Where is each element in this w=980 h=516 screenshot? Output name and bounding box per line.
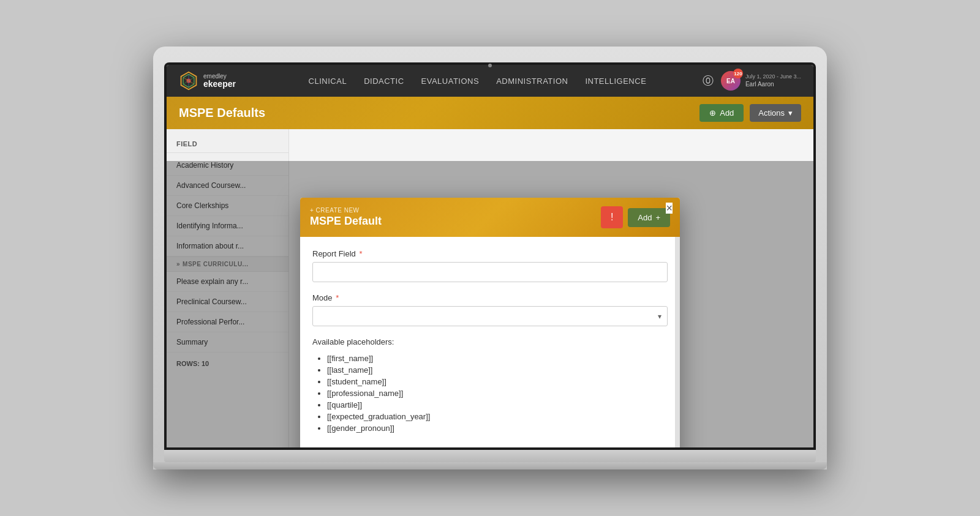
nav-clinical[interactable]: CLINICAL	[309, 74, 347, 88]
placeholders-section: Available placeholders: [[first_name]] […	[312, 337, 668, 434]
page-header: MSPE Defaults ⊕ Add Actions ▾	[167, 97, 813, 129]
chevron-down-icon: ▾	[788, 108, 793, 118]
placeholder-quartile: [[quartile]]	[327, 399, 668, 411]
modal-scrollbar[interactable]	[675, 237, 680, 447]
user-badge[interactable]: 120 EA July 1, 2020 - June 3... Earl Aar…	[721, 71, 801, 91]
mode-group: Mode * ▾	[312, 293, 668, 326]
user-info: July 1, 2020 - June 3... Earl Aaron	[745, 73, 801, 89]
placeholder-first-name: [[first_name]]	[327, 353, 668, 364]
placeholder-graduation-year: [[expected_graduation_year]]	[327, 411, 668, 422]
report-field-group: Report Field *	[312, 249, 668, 282]
mode-required-star: *	[336, 293, 339, 302]
nav-administration[interactable]: ADMINISTRATION	[496, 74, 568, 88]
notification-count: 120	[733, 69, 743, 78]
placeholder-last-name: [[last_name]]	[327, 364, 668, 376]
report-field-label: Report Field *	[312, 249, 668, 258]
logo-icon	[179, 71, 198, 91]
placeholder-professional-name: [[professional_name]]	[327, 387, 668, 399]
avatar: 120 EA	[721, 71, 741, 91]
mode-select-wrapper: ▾	[312, 306, 668, 326]
modal-header: + CREATE NEW MSPE Default ! Add +	[300, 198, 680, 237]
warning-button[interactable]: !	[601, 206, 623, 228]
modal-add-button[interactable]: Add +	[628, 208, 670, 227]
logo-text: emedley ekeeper	[203, 73, 236, 89]
create-modal: × + CREATE NEW MSPE Default !	[300, 198, 680, 447]
mode-select[interactable]	[312, 306, 668, 326]
laptop-bottom	[164, 450, 816, 462]
placeholders-title: Available placeholders:	[312, 337, 668, 346]
placeholder-gender-pronoun: [[gender_pronoun]]	[327, 422, 668, 434]
placeholder-student-name: [[student_name]]	[327, 376, 668, 387]
help-icon[interactable]: ⓪	[703, 73, 714, 88]
top-navigation: emedley ekeeper CLINICAL DIDACTIC EVALUA…	[167, 65, 813, 97]
close-button[interactable]: ×	[666, 203, 673, 214]
required-star: *	[359, 249, 362, 258]
exclamation-icon: !	[611, 212, 613, 223]
nav-right: ⓪ 120 EA July 1, 2020 - June 3... Earl A…	[703, 71, 801, 91]
laptop-base	[153, 462, 827, 469]
main-content: FIELD Academic History Advanced Coursew.…	[167, 129, 813, 447]
default-content-label: Default Content	[312, 445, 668, 447]
logo[interactable]: emedley ekeeper	[179, 71, 252, 91]
nav-menu: CLINICAL DIDACTIC EVALUATIONS ADMINISTRA…	[271, 74, 684, 88]
modal-overlay[interactable]: × + CREATE NEW MSPE Default !	[167, 161, 813, 447]
actions-button[interactable]: Actions ▾	[750, 104, 801, 122]
placeholder-list: [[first_name]] [[last_name]] [[student_n…	[312, 353, 668, 434]
mode-label: Mode *	[312, 293, 668, 302]
report-field-input[interactable]	[312, 262, 668, 282]
add-circle-icon: ⊕	[709, 108, 716, 118]
modal-header-right: ! Add +	[601, 206, 670, 228]
add-button[interactable]: ⊕ Add	[699, 104, 744, 122]
modal-header-left: + CREATE NEW MSPE Default	[310, 207, 382, 228]
page-title: MSPE Defaults	[179, 106, 265, 120]
nav-intelligence[interactable]: INTELLIGENCE	[585, 74, 646, 88]
nav-didactic[interactable]: DIDACTIC	[364, 74, 404, 88]
header-actions: ⊕ Add Actions ▾	[699, 104, 801, 122]
modal-title: MSPE Default	[310, 215, 382, 228]
modal-body: Report Field * Mode *	[300, 237, 680, 447]
nav-evaluations[interactable]: EVALUATIONS	[421, 74, 480, 88]
create-label: + CREATE NEW	[310, 207, 382, 214]
sidebar-column-header: FIELD	[167, 135, 288, 153]
